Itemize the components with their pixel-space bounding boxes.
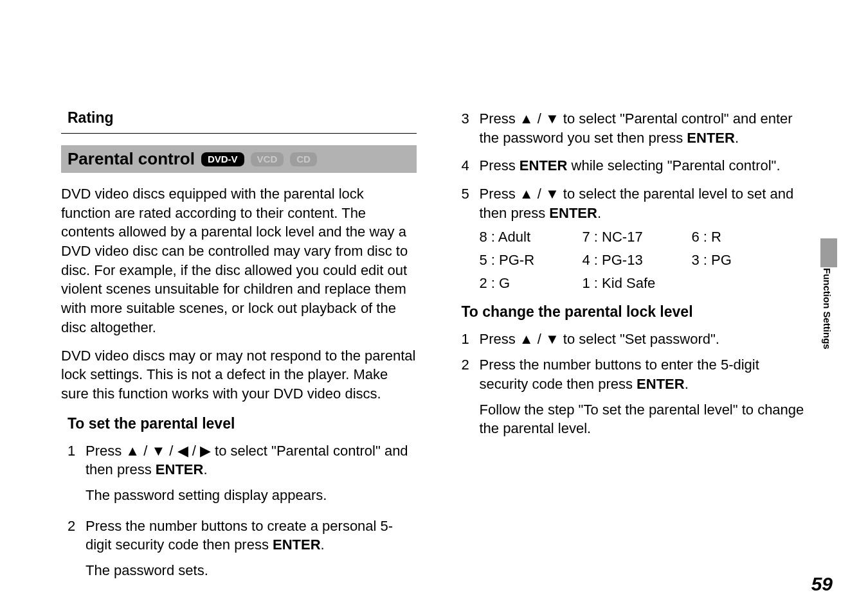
subhead-change-level: To change the parental lock level [462, 303, 811, 321]
change-step-2-sub: Follow the step "To set the parental lev… [480, 400, 811, 438]
text: Press [480, 186, 520, 202]
step-body: Press ▲ / ▼ to select "Parental control"… [480, 109, 811, 147]
enter-key: ENTER [156, 461, 204, 477]
step-number: 1 [68, 441, 86, 479]
set-step-1-sub: The password setting display appears. [86, 486, 417, 505]
rating-cell: 8 : Adult [480, 229, 583, 245]
arrow-icons: ▲ / ▼ / ◀ / ▶ [125, 443, 211, 459]
step-number: 2 [462, 355, 480, 393]
text: . [685, 376, 689, 392]
step-body: Press ▲ / ▼ / ◀ / ▶ to select "Parental … [86, 441, 417, 479]
set-step-4: 4 Press ENTER while selecting "Parental … [455, 156, 811, 175]
arrow-icons: ▲ / ▼ [520, 186, 559, 202]
rating-cell: 5 : PG-R [480, 252, 583, 269]
rating-cell: 2 : G [480, 275, 583, 292]
badge-dvdv: DVD-V [201, 152, 244, 166]
text: Press [480, 111, 520, 127]
enter-key: ENTER [637, 376, 685, 392]
text: Press [480, 157, 520, 173]
text: while selecting "Parental control". [567, 157, 780, 173]
text: . [735, 130, 739, 146]
left-column: Rating Parental control DVD-V VCD CD DVD… [61, 109, 417, 592]
enter-key: ENTER [687, 130, 735, 146]
step-number: 3 [462, 109, 480, 147]
step-number: 1 [462, 330, 480, 349]
enter-key: ENTER [549, 205, 597, 221]
set-step-2: 2 Press the number buttons to create a p… [61, 517, 417, 555]
arrow-icons: ▲ / ▼ [520, 111, 559, 127]
text: . [597, 205, 601, 221]
side-tab-label: Function Settings [818, 244, 833, 373]
change-step-1: 1 Press ▲ / ▼ to select "Set password". [455, 330, 811, 349]
text: Press the number buttons to enter the 5-… [480, 357, 759, 392]
step-body: Press ▲ / ▼ to select the parental level… [480, 184, 811, 222]
set-step-3: 3 Press ▲ / ▼ to select "Parental contro… [455, 109, 811, 147]
right-column: 3 Press ▲ / ▼ to select "Parental contro… [455, 109, 811, 592]
step-number: 4 [462, 156, 480, 175]
enter-key: ENTER [520, 157, 568, 173]
step-number: 5 [462, 184, 480, 222]
intro-paragraph-2: DVD video discs may or may not respond t… [61, 346, 417, 404]
set-step-2-sub: The password sets. [86, 561, 417, 580]
set-step-1: 1 Press ▲ / ▼ / ◀ / ▶ to select "Parenta… [61, 441, 417, 479]
step-body: Press ENTER while selecting "Parental co… [480, 156, 811, 175]
text: . [203, 461, 207, 477]
text: Press the number buttons to create a per… [86, 518, 393, 553]
change-step-2: 2 Press the number buttons to enter the … [455, 355, 811, 393]
step-number: 2 [68, 517, 86, 555]
page-body: Rating Parental control DVD-V VCD CD DVD… [0, 0, 868, 611]
text: Press [86, 443, 125, 459]
enter-key: ENTER [273, 537, 321, 553]
subhead-set-level: To set the parental level [68, 415, 417, 432]
badge-cd: CD [290, 152, 317, 166]
rating-cell: 4 : PG-13 [583, 252, 692, 269]
rating-heading: Rating [61, 109, 417, 127]
text: . [321, 537, 325, 553]
step-body: Press the number buttons to enter the 5-… [480, 355, 811, 393]
step-body: Press the number buttons to create a per… [86, 517, 417, 555]
section-titlebar: Parental control DVD-V VCD CD [61, 145, 417, 173]
ratings-grid: 8 : Adult 7 : NC-17 6 : R 5 : PG-R 4 : P… [480, 229, 811, 292]
rating-cell: 1 : Kid Safe [583, 275, 692, 292]
intro-paragraph-1: DVD video discs equipped with the parent… [61, 184, 417, 337]
rating-cell: 6 : R [692, 229, 769, 245]
badge-vcd: VCD [251, 152, 284, 166]
step-body: Press ▲ / ▼ to select "Set password". [480, 330, 811, 349]
text: Press [480, 331, 520, 347]
rating-cell: 3 : PG [692, 252, 769, 269]
text: to select "Set password". [559, 331, 719, 347]
rating-cell: 7 : NC-17 [583, 229, 692, 245]
set-step-5: 5 Press ▲ / ▼ to select the parental lev… [455, 184, 811, 222]
page-number: 59 [811, 573, 833, 595]
rating-heading-rule [61, 133, 417, 134]
rating-cell [692, 275, 769, 292]
arrow-icons: ▲ / ▼ [520, 331, 559, 347]
section-title: Parental control [68, 149, 195, 169]
